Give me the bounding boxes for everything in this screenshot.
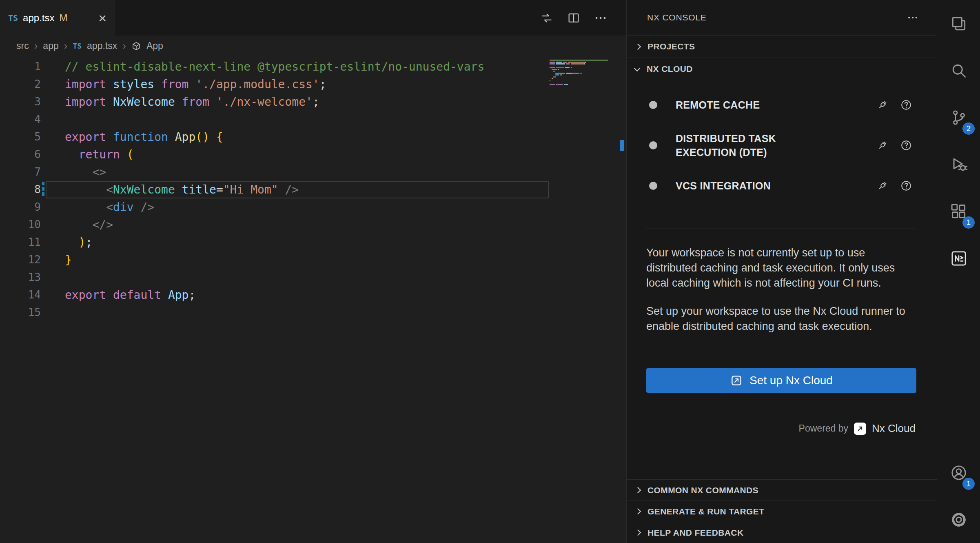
line-content: );	[41, 234, 92, 251]
code-line[interactable]: 5export function App() {	[0, 128, 626, 146]
line-content: return (	[41, 146, 134, 163]
line-content	[41, 269, 65, 286]
minimap-line	[550, 69, 616, 70]
help-icon[interactable]	[900, 139, 912, 151]
section-label: HELP AND FEEDBACK	[647, 528, 743, 538]
powered-by-label: Powered by	[799, 423, 848, 434]
line-number: 12	[0, 251, 41, 269]
breadcrumb-item-symbol[interactable]: App	[146, 40, 163, 51]
workspace-status-text: Your workspace is not currently set up t…	[646, 245, 916, 291]
code-line[interactable]: 14export default App;	[0, 286, 626, 304]
code-line[interactable]: 13	[0, 269, 626, 286]
connect-icon[interactable]	[876, 139, 889, 151]
code-line[interactable]: 15	[0, 304, 626, 321]
line-number: 9	[0, 198, 41, 216]
nx-cloud-item[interactable]: VCS INTEGRATION	[627, 179, 937, 193]
line-number: 3	[0, 93, 41, 111]
code-line[interactable]: 1// eslint-disable-next-line @typescript…	[0, 58, 626, 76]
panel-more-actions-icon[interactable]	[907, 11, 919, 24]
breadcrumb-item-src[interactable]: src	[16, 40, 29, 51]
section-projects[interactable]: PROJECTS	[627, 35, 937, 58]
tab-bar: TS app.tsx M ×	[0, 0, 626, 36]
setup-button-label: Set up Nx Cloud	[749, 374, 833, 387]
typescript-file-icon: TS	[73, 42, 82, 50]
line-number: 1	[0, 58, 41, 76]
code-line[interactable]: 3import NxWelcome from './nx-welcome';	[0, 93, 626, 111]
search-icon[interactable]	[937, 47, 980, 94]
divider	[646, 229, 916, 229]
tab-app-tsx[interactable]: TS app.tsx M ×	[0, 0, 115, 36]
line-number: 4	[0, 111, 41, 128]
nx-cloud-item-actions	[876, 180, 912, 192]
section-help-and-feedback[interactable]: HELP AND FEEDBACK	[627, 522, 937, 543]
code-editor[interactable]: 1// eslint-disable-next-line @typescript…	[0, 56, 626, 543]
run-debug-icon[interactable]	[937, 141, 980, 188]
section-label: NX CLOUD	[647, 64, 693, 74]
code-line[interactable]: 9 <div />	[0, 198, 626, 216]
nx-cloud-item-label: VCS INTEGRATION	[676, 179, 771, 193]
source-control-icon[interactable]: 2	[937, 94, 980, 141]
split-editor-icon[interactable]	[567, 11, 581, 25]
chevron-right-icon	[635, 487, 641, 494]
nx-cloud-item[interactable]: REMOTE CACHE	[627, 98, 937, 112]
code-line[interactable]: 8 <NxWelcome title="Hi Mom" />	[0, 181, 626, 198]
minimap[interactable]	[550, 60, 616, 87]
explorer-icon[interactable]	[937, 0, 980, 47]
section-generate-run-target[interactable]: GENERATE & RUN TARGET	[627, 501, 937, 522]
line-content	[41, 304, 65, 321]
help-icon[interactable]	[900, 180, 912, 192]
code-line[interactable]: 6 return (	[0, 146, 626, 163]
nx-console-panel: NX CONSOLE PROJECTS NX CLOUD REMOTE CACH…	[626, 0, 937, 543]
code-line[interactable]: 10 </>	[0, 216, 626, 234]
close-icon[interactable]: ×	[98, 11, 106, 25]
help-icon[interactable]	[900, 99, 912, 111]
minimap-line	[550, 84, 616, 85]
symbol-cube-icon	[131, 41, 141, 51]
activity-bar-bottom: 1	[937, 449, 980, 543]
line-number: 7	[0, 163, 41, 181]
nx-console-icon[interactable]	[937, 235, 980, 282]
breadcrumb-item-file[interactable]: app.tsx	[87, 40, 117, 51]
code-line[interactable]: 7 <>	[0, 163, 626, 181]
line-number: 11	[0, 234, 41, 251]
minimap-line	[550, 82, 616, 83]
line-number: 5	[0, 128, 41, 146]
line-number: 14	[0, 286, 41, 304]
nx-cloud-item[interactable]: DISTRIBUTED TASK EXECUTION (DTE)	[627, 131, 937, 159]
section-label: PROJECTS	[647, 42, 695, 51]
breadcrumb-item-app[interactable]: app	[43, 40, 58, 51]
minimap-line	[550, 71, 616, 72]
line-number: 15	[0, 304, 41, 321]
code-line[interactable]: 4	[0, 111, 626, 128]
account-icon[interactable]: 1	[937, 449, 980, 496]
line-content: <>	[41, 163, 106, 181]
nx-cloud-item-actions	[876, 139, 912, 151]
minimap-line	[550, 85, 616, 87]
open-changes-icon[interactable]	[540, 11, 554, 25]
minimap-line	[550, 76, 616, 78]
minimap-line	[550, 80, 616, 81]
line-content	[41, 111, 65, 128]
section-nx-cloud[interactable]: NX CLOUD	[627, 58, 937, 80]
line-number: 8	[0, 181, 41, 198]
connect-icon[interactable]	[876, 180, 889, 192]
status-dot-icon	[649, 182, 657, 190]
more-actions-icon[interactable]	[594, 11, 608, 25]
editor-toolbar	[540, 0, 626, 36]
chevron-right-icon	[635, 530, 641, 536]
line-number: 2	[0, 76, 41, 93]
extensions-icon[interactable]: 1	[937, 188, 980, 235]
status-dot-icon	[649, 141, 657, 149]
setup-nx-cloud-button[interactable]: Set up Nx Cloud	[646, 368, 916, 393]
powered-by-row: Powered by Nx Cloud	[627, 422, 937, 435]
section-common-nx-commands[interactable]: COMMON NX COMMANDS	[627, 479, 937, 501]
code-line[interactable]: 2import styles from './app.module.css';	[0, 76, 626, 93]
line-number: 10	[0, 216, 41, 234]
code-line[interactable]: 11 );	[0, 234, 626, 251]
connect-icon[interactable]	[876, 99, 889, 111]
code-line[interactable]: 12}	[0, 251, 626, 269]
line-number: 13	[0, 269, 41, 286]
settings-icon[interactable]	[937, 496, 980, 543]
section-label: GENERATE & RUN TARGET	[647, 507, 764, 516]
typescript-file-icon: TS	[8, 13, 18, 23]
